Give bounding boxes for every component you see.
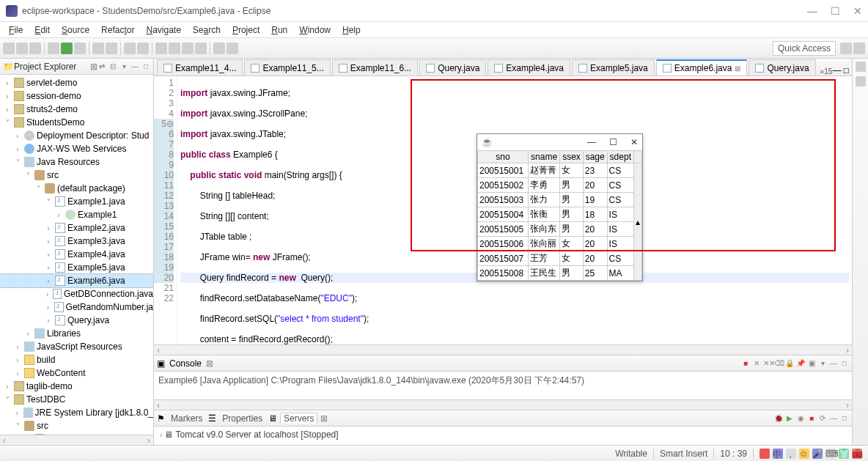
tree-example1-class[interactable]: ›Example1 <box>0 208 153 221</box>
tray-keyboard-icon[interactable]: ⌨ <box>825 449 836 459</box>
maximize-icon[interactable]: ☐ <box>831 5 840 17</box>
tree-example1-java[interactable]: ˅Example1.java <box>0 195 153 208</box>
minimize-view-icon[interactable]: — <box>130 62 139 71</box>
menu-run[interactable]: Run <box>265 23 293 37</box>
tree-project-taglib[interactable]: ›taglib-demo <box>0 380 153 393</box>
swing-minimize-icon[interactable]: — <box>587 137 596 147</box>
swing-close-icon[interactable]: ✕ <box>630 137 638 147</box>
tab-example6[interactable]: Example6.java⊠ <box>656 59 748 75</box>
tab-servers[interactable]: Servers <box>280 413 317 424</box>
tb-icon-d[interactable] <box>195 43 207 54</box>
view-menu-icon[interactable]: ▾ <box>119 62 128 71</box>
console-max-icon[interactable]: □ <box>840 359 849 368</box>
editor-hscroll[interactable]: ‹› <box>154 344 852 355</box>
tab-markers[interactable]: Markers <box>168 413 205 424</box>
server-debug-icon[interactable]: 🐞 <box>774 414 783 423</box>
run-last-icon[interactable] <box>74 43 86 54</box>
menu-file[interactable]: File <box>3 23 29 37</box>
terminate-icon[interactable]: ■ <box>741 359 750 368</box>
servers-max-icon[interactable]: □ <box>840 414 849 423</box>
servers-list[interactable]: › 🖥 Tomcat v9.0 Server at localhost [Sto… <box>154 427 852 445</box>
clear-console-icon[interactable]: ⌫ <box>774 359 783 368</box>
tab-properties[interactable]: Properties <box>219 413 265 424</box>
remove-launch-icon[interactable]: ✕ <box>752 359 761 368</box>
tab-query[interactable]: Query.java <box>419 59 486 75</box>
tab-example11-4[interactable]: Example11_4... <box>157 59 243 75</box>
menu-search[interactable]: Search <box>187 23 227 37</box>
tray-skin-icon[interactable]: 👕 <box>839 449 849 459</box>
swing-output-window[interactable]: ☕ — ☐ ✕ snosnamessexsagesdept 200515001赵… <box>477 133 643 281</box>
editor-min-icon[interactable]: — <box>833 65 842 75</box>
server-profile-icon[interactable]: ◉ <box>796 414 805 423</box>
console-output[interactable]: Example6 [Java Application] C:\Program F… <box>154 372 852 399</box>
server-expand-icon[interactable]: › <box>160 431 162 439</box>
save-icon[interactable] <box>16 43 28 54</box>
tree-example6-java[interactable]: ›Example6.java <box>0 274 153 287</box>
console-tab-close-icon[interactable]: ⊠ <box>206 358 213 369</box>
tree-hscroll[interactable]: ‹› <box>0 435 153 445</box>
tree-libraries[interactable]: ›Libraries <box>0 327 153 340</box>
menu-project[interactable]: Project <box>227 23 265 37</box>
tree-build[interactable]: ›build <box>0 353 153 366</box>
perspective-java-icon[interactable] <box>853 43 865 54</box>
debug-icon[interactable] <box>48 43 59 54</box>
close-icon[interactable]: ✕ <box>853 5 862 17</box>
console-hscroll[interactable]: ‹› <box>154 399 852 410</box>
tree-project-students[interactable]: ˅StudentsDemo <box>0 116 153 129</box>
tb-icon-b[interactable] <box>169 43 180 54</box>
tray-punct-icon[interactable]: ， <box>786 449 796 459</box>
code-editor[interactable]: 1234 5⊖6789 1011121314 1516171819 202122… <box>154 76 852 344</box>
editor-max-icon[interactable]: □ <box>844 65 849 75</box>
tree-project-struts2[interactable]: ›struts2-demo <box>0 103 153 116</box>
tree-webcontent[interactable]: ›WebContent <box>0 366 153 380</box>
tree-getdbconn-java[interactable]: ›GetDBConnection.java <box>0 287 153 300</box>
servers-tab-close-icon[interactable]: ⊠ <box>320 413 328 424</box>
remove-all-icon[interactable]: ✕✕ <box>763 359 772 368</box>
maximize-view-icon[interactable]: □ <box>141 62 150 71</box>
collapse-all-icon[interactable]: ⊟ <box>108 62 117 71</box>
tabs-overflow[interactable]: »15 <box>820 67 833 75</box>
tree-deploy-desc[interactable]: ›Deployment Descriptor: Stud <box>0 129 153 142</box>
swing-jtable[interactable]: snosnamessexsagesdept 200515001赵菁菁女23CS▴… <box>477 150 642 281</box>
view-close-icon[interactable]: ⊠ <box>90 62 98 72</box>
tree-jre-lib[interactable]: ›JRE System Library [jdk1.8.0_ <box>0 406 153 419</box>
tab-close-icon[interactable]: ⊠ <box>735 64 740 73</box>
tree-project-session[interactable]: ›session-demo <box>0 89 153 103</box>
minimize-icon[interactable]: — <box>807 5 817 17</box>
outline-view-icon[interactable] <box>856 62 866 72</box>
project-tree[interactable]: ›servlet-demo ›session-demo ›struts2-dem… <box>0 75 153 435</box>
new-package-icon[interactable] <box>106 43 117 54</box>
tree-example4-java[interactable]: ›Example4.java <box>0 248 153 261</box>
tree-jaxws[interactable]: ›JAX-WS Web Services <box>0 142 153 155</box>
server-stop-icon[interactable]: ■ <box>807 414 816 423</box>
link-editor-icon[interactable]: ⇄ <box>98 62 106 71</box>
tab-query2[interactable]: Query.java <box>749 59 815 75</box>
tree-default-pkg[interactable]: ˅(default package) <box>0 182 153 195</box>
new-server-icon[interactable] <box>92 43 104 54</box>
forward-icon[interactable] <box>227 43 238 54</box>
quick-access[interactable]: Quick Access <box>773 41 836 56</box>
pin-console-icon[interactable]: 📌 <box>796 359 805 368</box>
search-icon[interactable] <box>137 43 149 54</box>
tray-sogou-icon[interactable] <box>760 449 770 459</box>
tree-getrandom-java[interactable]: ›GetRandomNumber.ja <box>0 300 153 314</box>
servers-min-icon[interactable]: — <box>829 414 838 423</box>
tree-project-testjdbc[interactable]: ˅TestJDBC <box>0 393 153 406</box>
tree-query-java[interactable]: ›Query.java <box>0 314 153 327</box>
tree-src[interactable]: ˅src <box>0 169 153 182</box>
menu-source[interactable]: Source <box>56 23 95 37</box>
run-icon[interactable] <box>61 43 73 54</box>
save-all-icon[interactable] <box>29 43 41 54</box>
scroll-lock-icon[interactable]: 🔒 <box>785 359 794 368</box>
tree-project-servlet[interactable]: ›servlet-demo <box>0 76 153 89</box>
back-icon[interactable] <box>213 43 225 54</box>
swing-scrollbar[interactable]: ▴ <box>634 163 642 281</box>
tray-ime-icon[interactable]: 中 <box>773 449 783 459</box>
tab-example5[interactable]: Example5.java <box>572 59 655 75</box>
tree-src2[interactable]: ˅src <box>0 419 153 432</box>
tree-java-resources[interactable]: ˅Java Resources <box>0 155 153 169</box>
tab-example4[interactable]: Example4.java <box>488 59 570 75</box>
menu-help[interactable]: Help <box>336 23 367 37</box>
new-icon[interactable] <box>3 43 15 54</box>
server-publish-icon[interactable]: ⟳ <box>818 414 827 423</box>
